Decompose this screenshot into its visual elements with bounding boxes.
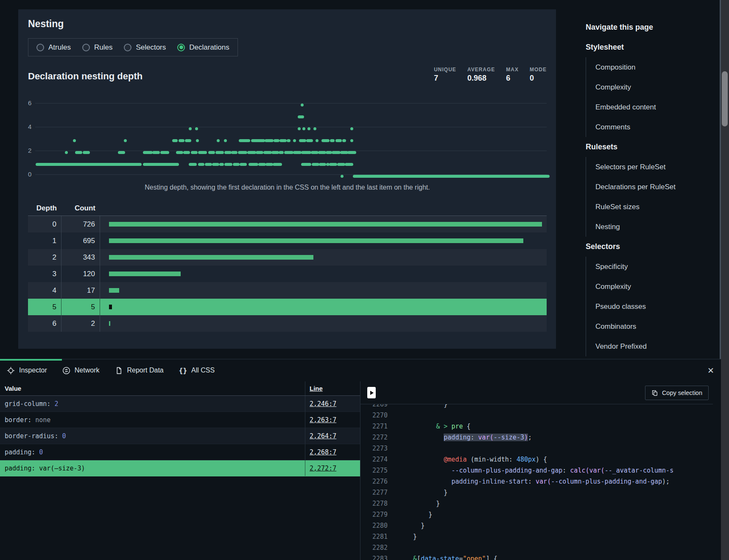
stat-mode: MODE0 bbox=[530, 67, 547, 83]
nav-item-comments[interactable]: Comments bbox=[586, 117, 712, 137]
radio-rules[interactable]: Rules bbox=[82, 43, 112, 52]
count-cell: 120 bbox=[61, 266, 100, 282]
scrollbar-thumb[interactable] bbox=[722, 71, 728, 126]
scatter-dot bbox=[251, 139, 265, 142]
scatter-dot bbox=[143, 163, 179, 166]
tab-report-data[interactable]: Report Data bbox=[115, 367, 164, 375]
line-column-header[interactable]: Line bbox=[305, 381, 360, 395]
braces-icon: {} bbox=[179, 367, 187, 375]
depth-row-2[interactable]: 2343 bbox=[28, 249, 547, 266]
copy-selection-button[interactable]: Copy selection bbox=[645, 386, 709, 400]
scatter-dot bbox=[124, 139, 127, 142]
scatter-dot bbox=[224, 163, 232, 166]
stat-value: 6 bbox=[506, 74, 519, 83]
nav-item-embedded-content[interactable]: Embedded content bbox=[586, 97, 712, 117]
nav-group-items: Selectors per RuleSetDeclarations per Ru… bbox=[586, 157, 712, 237]
code-line: 2279 } bbox=[360, 509, 713, 520]
nav-heading-rulesets[interactable]: Rulesets bbox=[573, 137, 712, 157]
code-token: : bbox=[471, 434, 478, 441]
scatter-dot bbox=[65, 151, 68, 154]
code-line: 2272 padding: var(--size-3); bbox=[360, 432, 713, 443]
css-declaration: border: none bbox=[0, 416, 305, 424]
line-number: 2269 bbox=[360, 404, 388, 410]
line-link[interactable]: 2,272:7 bbox=[310, 465, 336, 472]
value-row[interactable]: border-radius: 02,264:7 bbox=[0, 428, 360, 444]
radio-declarations[interactable]: Declarations bbox=[177, 43, 229, 52]
value-row[interactable]: padding: var(—size-3)2,272:7 bbox=[0, 460, 360, 476]
depth-row-5[interactable]: 55 bbox=[28, 299, 547, 315]
depth-row-4[interactable]: 417 bbox=[28, 282, 547, 299]
code-token: calc( bbox=[570, 467, 589, 474]
page-navigation: Navigate this page StylesheetComposition… bbox=[573, 0, 712, 356]
code-token: & bbox=[413, 555, 417, 560]
scatter-dot bbox=[217, 139, 220, 142]
value-row[interactable]: padding: 02,268:7 bbox=[0, 444, 360, 460]
depth-row-3[interactable]: 3120 bbox=[28, 266, 547, 282]
collapse-sidebar-icon[interactable] bbox=[367, 387, 376, 398]
line-link[interactable]: 2,246:7 bbox=[310, 400, 336, 408]
depth-row-6[interactable]: 62 bbox=[28, 315, 547, 332]
scatter-dot bbox=[287, 139, 290, 142]
scatter-dot bbox=[172, 139, 178, 142]
nav-item-vendor-prefixed[interactable]: Vendor Prefixed bbox=[586, 336, 712, 356]
section-title: Declaration nesting depth bbox=[28, 71, 142, 83]
tab-all-css[interactable]: {}All CSS bbox=[179, 367, 215, 375]
panel-title: Nesting bbox=[28, 18, 547, 30]
code-token: @media bbox=[444, 456, 466, 463]
nav-item-pseudo-classes[interactable]: Pseudo classes bbox=[586, 297, 712, 316]
scatter-dot bbox=[273, 163, 282, 166]
code-token: pre bbox=[451, 423, 463, 430]
value-table-header: Value Line bbox=[0, 381, 360, 396]
line-link[interactable]: 2,264:7 bbox=[310, 432, 336, 440]
nav-heading-stylesheet[interactable]: Stylesheet bbox=[573, 37, 712, 57]
radio-selectors[interactable]: Selectors bbox=[124, 43, 166, 52]
scatter-dot bbox=[196, 139, 199, 142]
line-link[interactable]: 2,268:7 bbox=[310, 448, 336, 456]
scatter-dot bbox=[240, 163, 247, 166]
code-token: "open" bbox=[463, 555, 486, 560]
scatter-dot bbox=[274, 139, 279, 142]
line-link[interactable]: 2,263:7 bbox=[310, 416, 336, 424]
depth-column-header: Depth bbox=[28, 204, 61, 213]
scatter-dot bbox=[307, 127, 310, 130]
value-row[interactable]: grid-column: 22,246:7 bbox=[0, 396, 360, 412]
nav-item-declarations-per-ruleset[interactable]: Declarations per RuleSet bbox=[586, 177, 712, 197]
depth-row-1[interactable]: 1695 bbox=[28, 232, 547, 249]
bar-cell bbox=[100, 266, 547, 282]
nav-item-nesting[interactable]: Nesting bbox=[586, 217, 712, 237]
code-token: : bbox=[562, 467, 570, 474]
scatter-dot bbox=[326, 151, 332, 154]
line-cell: 2,246:7 bbox=[305, 396, 360, 412]
tab-network[interactable]: Network bbox=[62, 367, 100, 375]
scatter-dot bbox=[160, 151, 169, 154]
scatter-dot bbox=[335, 139, 342, 142]
value-row[interactable]: border: none2,263:7 bbox=[0, 412, 360, 428]
line-number: 2272 bbox=[360, 432, 388, 443]
nav-item-complexity[interactable]: Complexity bbox=[586, 277, 712, 297]
target-icon bbox=[7, 367, 15, 375]
code-text: --column-plus-padding-and-gap: calc(var(… bbox=[405, 465, 673, 476]
code-token: --column-plus-padding-and-gap bbox=[551, 478, 662, 485]
nav-item-composition[interactable]: Composition bbox=[586, 57, 712, 77]
nav-heading-selectors[interactable]: Selectors bbox=[573, 237, 712, 257]
close-panel-button[interactable]: ✕ bbox=[706, 365, 716, 375]
scatter-dot bbox=[284, 151, 293, 154]
code-line: 2273 bbox=[360, 443, 713, 454]
nav-item-complexity[interactable]: Complexity bbox=[586, 77, 712, 97]
nav-item-selectors-per-ruleset[interactable]: Selectors per RuleSet bbox=[586, 157, 712, 177]
scatter-dot bbox=[345, 163, 353, 166]
tab-inspector[interactable]: Inspector bbox=[7, 367, 47, 375]
scatter-dot bbox=[189, 127, 192, 130]
nav-item-specificity[interactable]: Specificity bbox=[586, 257, 712, 277]
nav-item-combinators[interactable]: Combinators bbox=[586, 316, 712, 336]
scatter-dot bbox=[342, 139, 346, 142]
scatter-dot bbox=[350, 127, 353, 130]
scatter-dot bbox=[233, 163, 240, 166]
code-token: var( bbox=[589, 467, 605, 474]
radio-atrules[interactable]: Atrules bbox=[36, 43, 71, 52]
code-token: & > bbox=[436, 423, 451, 430]
nav-item-ruleset-sizes[interactable]: RuleSet sizes bbox=[586, 197, 712, 217]
code-text: } bbox=[405, 487, 447, 498]
depth-row-0[interactable]: 0726 bbox=[28, 216, 547, 232]
y-axis-tick-label: 0 bbox=[28, 171, 31, 178]
